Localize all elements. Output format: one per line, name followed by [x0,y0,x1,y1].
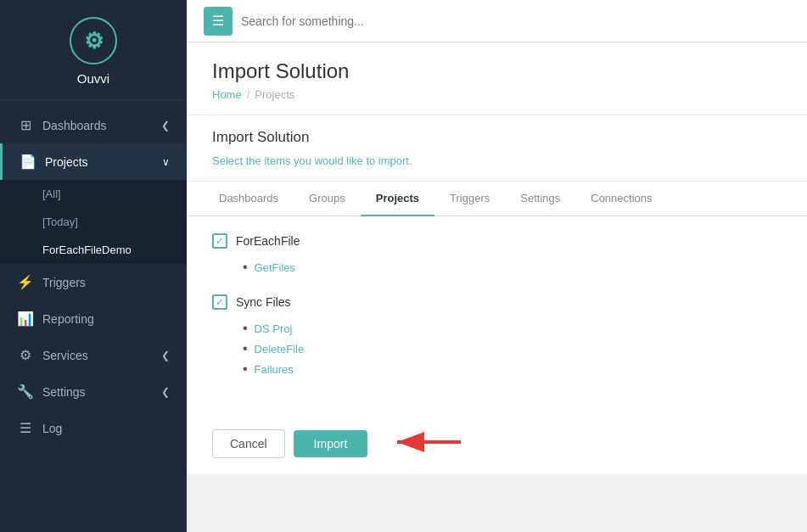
tab-dashboards[interactable]: Dashboards [204,182,294,216]
cancel-button[interactable]: Cancel [212,429,285,458]
card-title: Import Solution [212,129,782,146]
sidebar-item-projects[interactable]: 📄 Projects ∨ [0,143,187,180]
item-label: Failures [255,363,294,376]
item-label: GetFiles [255,261,295,274]
card-subtitle: Select the items you would like to impor… [212,154,782,167]
sub-items-foreach: GetFiles [212,257,782,277]
card-header: Import Solution Select the items you wou… [187,115,807,182]
reporting-icon: 📊 [17,311,34,327]
sidebar-logo: ⚙ Ouvvi [0,0,187,100]
chevron-icon: ❮ [161,120,170,132]
sidebar-item-label: Dashboards [42,119,107,132]
list-item: Failures [243,359,782,379]
triggers-icon: ⚡ [17,274,34,290]
sidebar-item-label: Log [42,422,62,435]
subtitle-suffix: . [409,154,412,167]
logo-icon: ⚙ [70,17,117,64]
sub-nav-foreach[interactable]: ForEachFileDemo [0,236,187,264]
sidebar: ⚙ Ouvvi ⊞ Dashboards ❮ 📄 Projects ∨ [All… [0,0,187,532]
list-item: DeleteFile [243,339,782,359]
item-label: DeleteFile [255,343,305,356]
section-header-foreach: ✓ ForEachFile [212,233,782,249]
card-footer: Cancel Import [187,413,807,474]
list-item: GetFiles [243,257,782,277]
breadcrumb: Home / Projects [212,88,782,101]
subtitle-prefix: Select the [212,154,264,167]
chevron-icon: ❮ [161,386,170,398]
sidebar-item-dashboards[interactable]: ⊞ Dashboards ❮ [0,107,187,143]
checkbox-syncfiles[interactable]: ✓ [212,294,227,310]
search-input[interactable] [241,14,790,28]
chevron-down-icon: ∨ [162,156,170,168]
checkbox-foreach[interactable]: ✓ [212,233,227,249]
sub-nav-all[interactable]: [All] [0,180,187,208]
sidebar-item-settings[interactable]: 🔧 Settings ❮ [0,373,187,410]
section-name-syncfiles: Sync Files [236,295,291,309]
sidebar-item-label: Triggers [42,276,86,289]
breadcrumb-separator: / [247,88,250,101]
sidebar-item-services[interactable]: ⚙ Services ❮ [0,337,187,373]
services-icon: ⚙ [17,347,34,363]
breadcrumb-current: Projects [255,88,294,101]
dashboards-icon: ⊞ [17,117,34,133]
sidebar-item-label: Reporting [42,312,94,326]
sidebar-item-label: Settings [42,385,86,399]
page-title: Import Solution [212,59,782,83]
projects-icon: 📄 [20,154,36,170]
import-button[interactable]: Import [294,430,368,457]
import-section-foreach: ✓ ForEachFile GetFiles [212,233,782,277]
projects-sub-nav: [All] [Today] ForEachFileDemo [0,180,187,264]
tab-settings[interactable]: Settings [505,182,575,216]
arrow-annotation [389,427,465,461]
import-section-syncfiles: ✓ Sync Files DS Proj DeleteFile Failures [212,294,782,379]
section-name-foreach: ForEachFile [236,234,300,248]
sidebar-item-log[interactable]: ☰ Log [0,410,187,446]
sidebar-nav: ⊞ Dashboards ❮ 📄 Projects ∨ [All] [Today… [0,100,187,532]
item-label: DS Proj [255,322,293,335]
menu-button[interactable]: ☰ [204,7,233,36]
section-header-syncfiles: ✓ Sync Files [212,294,782,310]
logo-name: Ouvvi [77,71,109,86]
content-area: Import Solution Select the items you wou… [187,115,807,532]
settings-icon: 🔧 [17,384,34,400]
sub-nav-today[interactable]: [Today] [0,208,187,236]
sidebar-item-reporting[interactable]: 📊 Reporting [0,300,187,337]
main-area: ☰ Import Solution Home / Projects Import… [187,0,807,532]
subtitle-highlight: items you would like to import [264,154,409,167]
import-body: ✓ ForEachFile GetFiles ✓ Sync Files [187,216,807,413]
log-icon: ☰ [17,420,34,436]
tab-bar: Dashboards Groups Projects Triggers Sett… [187,182,807,216]
sidebar-item-label: Projects [45,155,88,169]
sidebar-item-label: Services [42,349,88,362]
import-card: Import Solution Select the items you wou… [187,115,807,474]
tab-connections[interactable]: Connections [575,182,667,216]
sidebar-item-triggers[interactable]: ⚡ Triggers [0,264,187,300]
sub-items-syncfiles: DS Proj DeleteFile Failures [212,318,782,379]
tab-groups[interactable]: Groups [294,182,361,216]
list-item: DS Proj [243,318,782,339]
breadcrumb-home[interactable]: Home [212,88,242,101]
chevron-icon: ❮ [161,350,170,361]
topbar: ☰ [187,0,807,42]
page-header: Import Solution Home / Projects [187,42,807,115]
tab-triggers[interactable]: Triggers [434,182,505,216]
tab-projects[interactable]: Projects [361,182,434,216]
arrow-icon [389,427,465,457]
